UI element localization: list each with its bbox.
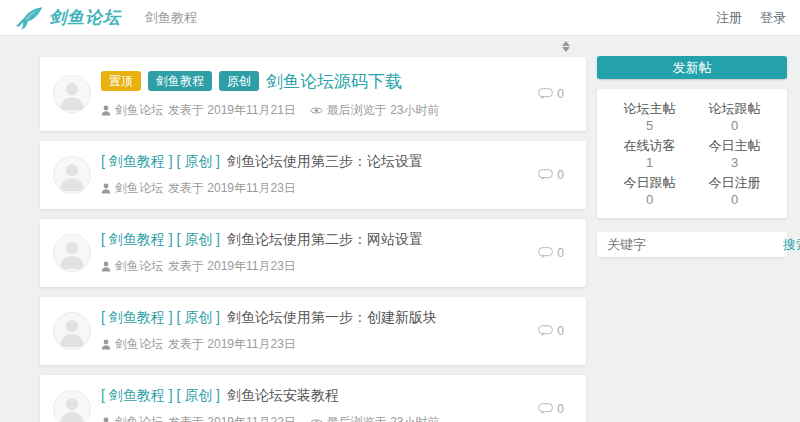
category-badge: 剑鱼教程 xyxy=(148,71,212,91)
post-date: 发表于 2019年11月23日 xyxy=(168,336,296,353)
comment-icon xyxy=(538,169,553,181)
post-tags[interactable]: [ 剑鱼教程 ] [ 原创 ] xyxy=(101,387,220,405)
eye-icon xyxy=(310,106,323,115)
post-author: 剑鱼论坛 xyxy=(115,258,163,275)
register-link[interactable]: 注册 xyxy=(716,9,742,27)
post-row[interactable]: [ 剑鱼教程 ] [ 原创 ] 剑鱼论坛使用第一步：创建新版块 剑鱼论坛 发表于… xyxy=(40,297,586,365)
sidebar: 发新帖 论坛主帖 5 论坛跟帖 0 在线访客 1 今日主帖 3 今日跟帖 0 今… xyxy=(597,56,787,257)
brand[interactable]: 剑鱼论坛 xyxy=(14,5,121,31)
post-author: 剑鱼论坛 xyxy=(115,414,163,422)
stat-today-registrations: 今日注册 0 xyxy=(692,172,777,209)
navbar: 剑鱼论坛 剑鱼教程 注册 登录 xyxy=(0,0,800,36)
avatar xyxy=(53,390,91,422)
stat-online-visitors: 在线访客 1 xyxy=(607,135,692,172)
post-date: 发表于 2019年11月23日 xyxy=(168,180,296,197)
nav-item-tutorial[interactable]: 剑鱼教程 xyxy=(145,9,197,27)
sticky-badge: 置顶 xyxy=(101,71,141,91)
nav-right: 注册 登录 xyxy=(716,9,786,27)
post-main: [ 剑鱼教程 ] [ 原创 ] 剑鱼论坛使用第三步：论坛设置 剑鱼论坛 发表于 … xyxy=(101,153,528,197)
comment-icon xyxy=(538,247,553,259)
post-author: 剑鱼论坛 xyxy=(115,102,163,119)
comment-icon xyxy=(538,403,553,415)
avatar xyxy=(53,234,91,272)
post-title[interactable]: 剑鱼论坛源码下载 xyxy=(266,70,402,93)
post-author: 剑鱼论坛 xyxy=(115,180,163,197)
author-icon xyxy=(101,105,111,116)
post-main: [ 剑鱼教程 ] [ 原创 ] 剑鱼论坛安装教程 剑鱼论坛 发表于 2019年1… xyxy=(101,387,528,422)
post-meta: 剑鱼论坛 发表于 2019年11月23日 xyxy=(101,336,528,353)
post-row[interactable]: [ 剑鱼教程 ] [ 原创 ] 剑鱼论坛使用第三步：论坛设置 剑鱼论坛 发表于 … xyxy=(40,141,586,209)
post-main: [ 剑鱼教程 ] [ 原创 ] 剑鱼论坛使用第二步：网站设置 剑鱼论坛 发表于 … xyxy=(101,231,528,275)
author-icon xyxy=(101,339,111,350)
post-title[interactable]: 剑鱼论坛使用第三步：论坛设置 xyxy=(227,153,423,171)
sort-row xyxy=(40,40,586,57)
comment-count: 0 xyxy=(538,168,564,182)
post-meta: 剑鱼论坛 发表于 2019年11月22日 最后浏览于 23小时前 xyxy=(101,414,528,422)
author-icon xyxy=(101,417,111,422)
last-view-group: 最后浏览于 23小时前 xyxy=(310,102,440,119)
post-title[interactable]: 剑鱼论坛安装教程 xyxy=(227,387,339,405)
swordfish-logo-icon xyxy=(14,5,44,31)
comment-icon xyxy=(538,88,553,100)
last-view-text: 最后浏览于 23小时前 xyxy=(327,414,440,422)
original-badge: 原创 xyxy=(219,71,259,91)
comment-count: 0 xyxy=(538,324,564,338)
comment-icon xyxy=(538,325,553,337)
sort-order-icon[interactable] xyxy=(562,40,570,57)
brand-title: 剑鱼论坛 xyxy=(49,6,121,29)
author-icon xyxy=(101,261,111,272)
post-title[interactable]: 剑鱼论坛使用第一步：创建新版块 xyxy=(227,309,437,327)
stat-total-replies: 论坛跟帖 0 xyxy=(692,98,777,135)
post-row[interactable]: [ 剑鱼教程 ] [ 原创 ] 剑鱼论坛使用第二步：网站设置 剑鱼论坛 发表于 … xyxy=(40,219,586,287)
stat-total-posts: 论坛主帖 5 xyxy=(607,98,692,135)
avatar xyxy=(53,75,91,113)
comment-count: 0 xyxy=(538,87,564,101)
new-post-button[interactable]: 发新帖 xyxy=(597,56,787,79)
login-link[interactable]: 登录 xyxy=(760,9,786,27)
post-date: 发表于 2019年11月23日 xyxy=(168,258,296,275)
last-view-text: 最后浏览于 23小时前 xyxy=(327,102,440,119)
post-list: 置顶 剑鱼教程 原创 剑鱼论坛源码下载 剑鱼论坛 发表于 2019年11月21日… xyxy=(40,40,586,422)
avatar xyxy=(53,156,91,194)
stat-today-replies: 今日跟帖 0 xyxy=(607,172,692,209)
post-author: 剑鱼论坛 xyxy=(115,336,163,353)
post-date: 发表于 2019年11月22日 xyxy=(168,414,296,422)
stat-today-posts: 今日主帖 3 xyxy=(692,135,777,172)
post-meta: 剑鱼论坛 发表于 2019年11月23日 xyxy=(101,180,528,197)
post-tags[interactable]: [ 剑鱼教程 ] [ 原创 ] xyxy=(101,153,220,171)
search-bar: 搜索 xyxy=(597,232,787,257)
post-main: [ 剑鱼教程 ] [ 原创 ] 剑鱼论坛使用第一步：创建新版块 剑鱼论坛 发表于… xyxy=(101,309,528,353)
post-row[interactable]: [ 剑鱼教程 ] [ 原创 ] 剑鱼论坛安装教程 剑鱼论坛 发表于 2019年1… xyxy=(40,375,586,422)
post-tags[interactable]: [ 剑鱼教程 ] [ 原创 ] xyxy=(101,309,220,327)
comment-count: 0 xyxy=(538,246,564,260)
search-button[interactable]: 搜索 xyxy=(783,236,800,254)
avatar xyxy=(53,312,91,350)
post-meta: 剑鱼论坛 发表于 2019年11月21日 最后浏览于 23小时前 xyxy=(101,102,528,119)
last-view-group: 最后浏览于 23小时前 xyxy=(310,414,440,422)
post-row-sticky[interactable]: 置顶 剑鱼教程 原创 剑鱼论坛源码下载 剑鱼论坛 发表于 2019年11月21日… xyxy=(40,57,586,131)
eye-icon xyxy=(310,418,323,422)
search-input[interactable] xyxy=(607,237,783,252)
forum-stats-panel: 论坛主帖 5 论坛跟帖 0 在线访客 1 今日主帖 3 今日跟帖 0 今日注册 … xyxy=(597,89,787,218)
post-meta: 剑鱼论坛 发表于 2019年11月23日 xyxy=(101,258,528,275)
post-main: 置顶 剑鱼教程 原创 剑鱼论坛源码下载 剑鱼论坛 发表于 2019年11月21日… xyxy=(101,70,528,119)
post-tags[interactable]: [ 剑鱼教程 ] [ 原创 ] xyxy=(101,231,220,249)
comment-count: 0 xyxy=(538,402,564,416)
author-icon xyxy=(101,183,111,194)
post-title[interactable]: 剑鱼论坛使用第二步：网站设置 xyxy=(227,231,423,249)
post-date: 发表于 2019年11月21日 xyxy=(168,102,296,119)
